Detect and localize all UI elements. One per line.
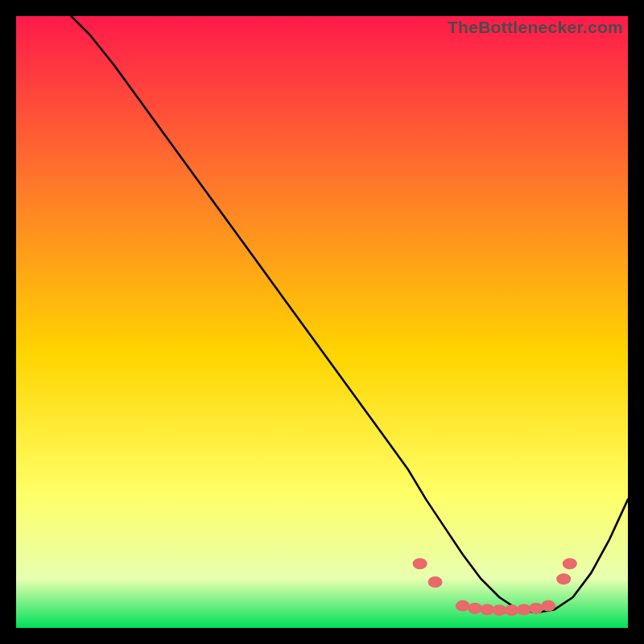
highlight-dot [456,601,470,612]
highlight-dot [541,601,555,612]
highlight-dot [413,558,427,569]
highlight-dot [428,576,443,588]
chart-frame: TheBottlenecker.com [16,16,628,628]
highlight-dot [468,603,482,614]
highlight-dot [529,603,543,614]
chart-canvas [16,16,628,628]
gradient-background [16,16,628,628]
highlight-dot [563,558,577,569]
highlight-dot [556,573,571,584]
watermark-text: TheBottlenecker.com [448,18,623,37]
highlight-dot [517,604,531,615]
